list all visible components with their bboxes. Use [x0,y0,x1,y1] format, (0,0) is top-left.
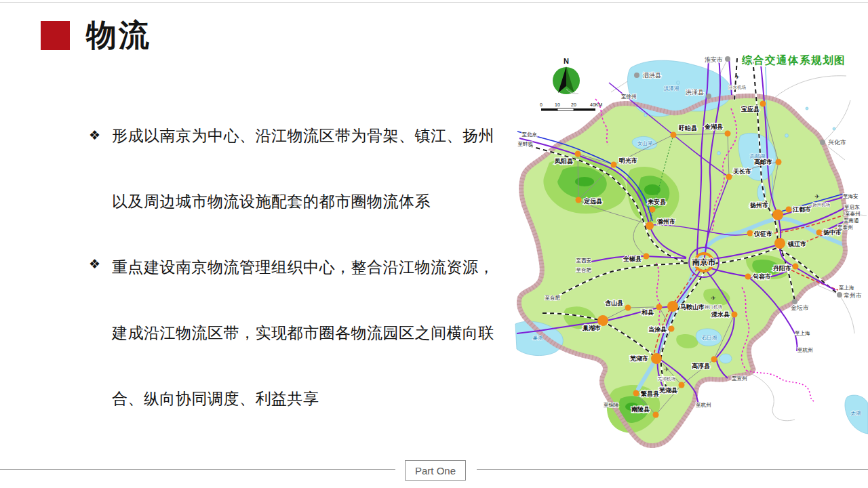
map-city-label: 芜湖县 [658,387,678,394]
map-city-dot [711,357,717,363]
map-edge-label: 至西安 [576,258,592,264]
map-edge-label: 至海安 [843,193,859,199]
map-city-dot [725,131,731,137]
map-city-label: 全椒县 [623,256,642,262]
map-city-dot [644,253,650,260]
map-city-dot [792,299,797,304]
bullet-list: ❖ ❖ 形成以南京为中心、沿江物流区带为骨架、镇江、扬州 以及周边城市物流设施配… [112,124,513,453]
map-edge-label: 至上海 [795,330,810,336]
map-edge-label: 至宣州 [732,375,747,382]
map-city-dot [786,207,792,213]
map-city-label: 金湖县 [704,123,724,130]
map-city-dot [669,326,675,332]
map-edge-label: 至蚌埠 [518,141,534,147]
bullet-2-line-1: 重点建设南京物流管理组织中心，整合沿江物流资源， [112,256,513,321]
map-city-label: 兴化市 [828,139,846,146]
bullet-2-line-3: 合、纵向协同调度、利益共享 [112,387,513,453]
map-city-label: 高邮市 [754,159,772,165]
map-city-dot [745,274,751,280]
diamond-bullet-icon: ❖ [89,126,106,145]
map-edge-label: 至铜陵 [604,402,619,408]
map-city-label: 繁昌县 [640,390,660,397]
map-city-label: 定远县 [583,198,603,205]
map-city-label: 芜湖市 [629,355,648,362]
scale-bar: 0102040KM [540,102,602,111]
map-city-dot [820,140,825,145]
airport-icon: ✈ [664,366,669,373]
airport-label: 扬州机场 [812,202,830,207]
map-city-label: 常州市 [844,292,862,299]
scale-tick-label: 10 [555,102,560,107]
map-city-label: 马鞍山市 [680,304,705,310]
footer-section-label: Part One [415,465,456,476]
map-city-label: 仪征市 [753,230,772,237]
map-city-dot [646,222,654,230]
map-city-label: 盱眙县 [679,125,698,131]
airport-icon: ✈ [734,74,740,81]
map-city-dot [576,197,582,203]
map-city-label: 来安县 [647,198,667,205]
map-city-label: 巢湖市 [582,325,601,331]
map-city-dot [816,230,823,236]
map-city-dot [651,353,662,364]
map-city-label: 南陵县 [631,406,650,413]
map-city-dot [793,264,799,270]
map-edge-label: 至杭州 [797,347,813,353]
bullet-2-line-2: 建成沿江物流区带，实现都市圈各物流园区之间横向联 [112,321,513,387]
map-edge-label: 至合肥 [545,295,561,301]
map-city-dot [633,390,639,396]
map-city-dot [671,132,677,138]
map-city-dot [760,101,766,107]
map-region-fill [519,96,846,445]
compass-icon: N [553,57,580,94]
map-city-dot [837,292,842,298]
map-graphic: 洪泽湖女山湖高邮湖巢湖石臼湖太湖 南京市扬州市镇江市马鞍山市芜湖市巢湖市滁州市淮… [514,49,868,468]
map-city-label: 当涂县 [648,326,667,333]
map-city-label: 含山县 [605,300,624,306]
map-edge-label: 至北京 [522,131,538,138]
map-city-label: 和县 [641,309,654,316]
map-city-dot [575,151,581,157]
map-edge-label: 至泰州 [845,211,861,217]
map-edge-label: 至徐州 [621,94,637,100]
footer-section-badge: Part One [405,460,466,481]
airport-label: 涟水机场 [728,85,746,90]
scale-tick-label: 20 [571,102,576,107]
map-city-label: 镇江市 [787,241,806,247]
map-city-label: 凤阳县 [554,158,574,165]
map-city-dot [726,174,732,180]
footer-divider-right [477,469,868,470]
map-city-label: 南京市 [692,258,716,266]
map-title: 综合交通体系规划图 [741,54,846,66]
map-city-dot [679,382,685,388]
map-city-label: 江都市 [792,206,811,213]
map-edge-label: 至上海 [839,285,854,291]
map-edge-label: 至启东 [844,204,860,210]
map-city-dot [653,412,659,418]
map-city-label: 泗洪县 [643,72,661,79]
map-city-dot [772,209,783,220]
map-city-label: 句容市 [752,273,771,280]
map-edge-label: 至杭州 [696,402,711,408]
map-city-label: 溧水县 [711,311,730,318]
map-city-dot [656,304,663,310]
map-city-label: 洪泽县 [686,89,704,96]
map-city-dot [650,207,656,213]
map-city-label: 淮安市 [705,56,723,63]
diamond-bullet-icon: ❖ [89,255,106,274]
map-city-dot [706,94,711,99]
airport-icon: ✈ [814,193,820,200]
map-city-label: 金坛市 [791,304,809,311]
scale-tick-label: 40KM [590,102,602,107]
map-city-dot [634,73,639,78]
scale-tick-label: 0 [540,102,542,107]
transport-planning-map: 洪泽湖女山湖高邮湖巢湖石臼湖太湖 南京市扬州市镇江市马鞍山市芜湖市巢湖市滁州市淮… [514,49,868,468]
page-title: 物流 [86,15,151,56]
map-city-label: 天长市 [732,168,751,175]
map-city-dot [747,230,753,237]
title-accent-square [41,21,70,50]
map-city-dot [725,56,730,62]
airport-label: 禄口机场 [705,304,722,310]
compass-north-label: N [564,57,569,65]
map-edge-label: 至合肥 [576,267,592,273]
